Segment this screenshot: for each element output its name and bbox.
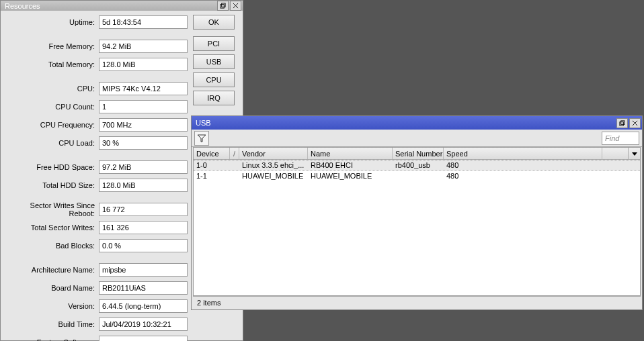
uptime-field[interactable]: 5d 18:43:54 xyxy=(99,15,188,29)
resources-titlebar[interactable]: Resources xyxy=(1,1,243,11)
usb-title: USB xyxy=(193,119,211,127)
cpu-field[interactable]: MIPS 74Kc V4.12 xyxy=(99,82,188,95)
sort-indicator-icon[interactable]: / xyxy=(230,148,239,159)
cpu-count-field[interactable]: 1 xyxy=(99,100,188,113)
board-name-field[interactable]: RB2011UiAS xyxy=(99,281,188,295)
usb-titlebar[interactable]: USB xyxy=(192,116,642,130)
architecture-field[interactable]: mipsbe xyxy=(99,263,188,277)
usb-window: USB Find Device / Vendor Name Serial Num… xyxy=(191,115,643,310)
cpu-count-label: CPU Count: xyxy=(6,103,99,111)
col-vendor[interactable]: Vendor xyxy=(239,148,308,159)
total-sector-writes-label: Total Sector Writes: xyxy=(6,224,99,232)
col-device[interactable]: Device xyxy=(194,148,230,159)
columns-dropdown-icon[interactable] xyxy=(628,148,640,160)
board-name-label: Board Name: xyxy=(6,284,99,292)
cpu-load-label: CPU Load: xyxy=(6,139,99,147)
total-hdd-field[interactable]: 128.0 MiB xyxy=(99,179,188,192)
factory-software-label: Factory Software: xyxy=(6,338,99,341)
free-hdd-field[interactable]: 97.2 MiB xyxy=(99,160,188,174)
table-row[interactable]: 1-0 Linux 3.3.5 ehci_... RB400 EHCI rb40… xyxy=(194,160,640,170)
total-memory-field[interactable]: 128.0 MiB xyxy=(99,58,188,71)
svg-marker-8 xyxy=(198,135,206,142)
cpu-frequency-label: CPU Frequency: xyxy=(6,121,99,129)
uptime-label: Uptime: xyxy=(6,18,99,26)
ok-button[interactable]: OK xyxy=(193,15,235,30)
total-sector-writes-field[interactable]: 161 326 xyxy=(99,221,188,234)
find-input[interactable]: Find xyxy=(602,132,639,145)
irq-button[interactable]: IRQ xyxy=(193,91,235,105)
version-label: Version: xyxy=(6,302,99,310)
sector-writes-reboot-label: Sector Writes Since Reboot: xyxy=(6,201,99,217)
col-speed[interactable]: Speed xyxy=(444,148,602,159)
bad-blocks-label: Bad Blocks: xyxy=(6,242,99,250)
bad-blocks-field[interactable]: 0.0 % xyxy=(99,239,188,252)
factory-software-field[interactable] xyxy=(99,336,188,341)
total-hdd-label: Total HDD Size: xyxy=(6,181,99,189)
svg-marker-9 xyxy=(632,152,637,156)
pci-button[interactable]: PCI xyxy=(193,36,235,51)
total-memory-label: Total Memory: xyxy=(6,60,99,68)
usb-toolbar: Find xyxy=(192,130,642,147)
usb-button[interactable]: USB xyxy=(193,54,235,69)
free-memory-field[interactable]: 94.2 MiB xyxy=(99,40,188,53)
architecture-label: Architecture Name: xyxy=(6,266,99,274)
build-time-field[interactable]: Jul/04/2019 10:32:21 xyxy=(99,318,188,331)
svg-rect-4 xyxy=(620,121,623,125)
usb-table: Device / Vendor Name Serial Number Speed… xyxy=(193,147,641,296)
free-hdd-label: Free HDD Space: xyxy=(6,163,99,171)
svg-rect-5 xyxy=(621,120,625,124)
cpu-frequency-field[interactable]: 700 MHz xyxy=(99,118,188,132)
filter-icon[interactable] xyxy=(194,131,209,146)
col-name[interactable]: Name xyxy=(308,148,393,159)
build-time-label: Build Time: xyxy=(6,320,99,328)
free-memory-label: Free Memory: xyxy=(6,42,99,50)
restore-icon[interactable] xyxy=(616,118,628,128)
table-header: Device / Vendor Name Serial Number Speed xyxy=(194,148,640,160)
close-icon[interactable] xyxy=(629,118,641,128)
col-serial[interactable]: Serial Number xyxy=(393,148,444,159)
svg-rect-0 xyxy=(220,5,224,8)
close-icon[interactable] xyxy=(230,1,241,11)
sector-writes-reboot-field[interactable]: 16 772 xyxy=(99,203,188,216)
cpu-load-field[interactable]: 30 % xyxy=(99,136,188,150)
resources-title: Resources xyxy=(2,2,40,10)
table-row[interactable]: 1-1 HUAWEI_MOBILE HUAWEI_MOBILE 480 xyxy=(194,170,640,181)
usb-statusbar: 2 items xyxy=(193,296,641,308)
cpu-button[interactable]: CPU xyxy=(193,72,235,87)
svg-rect-1 xyxy=(222,3,225,7)
restore-icon[interactable] xyxy=(217,1,229,11)
cpu-label: CPU: xyxy=(6,85,99,93)
version-field[interactable]: 6.44.5 (long-term) xyxy=(99,299,188,313)
